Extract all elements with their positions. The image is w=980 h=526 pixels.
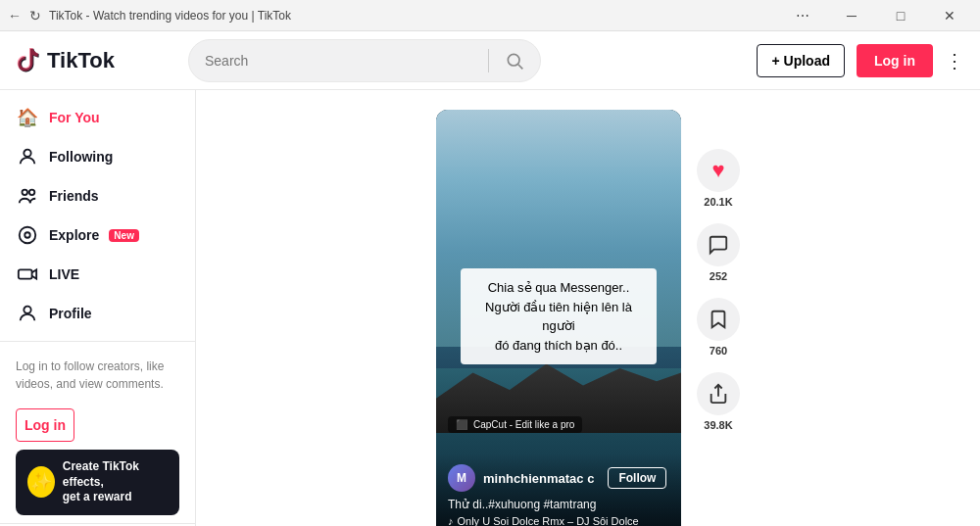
live-label: LIVE <box>49 266 79 282</box>
effect-text: Create TikTok effects, get a reward <box>63 459 168 505</box>
video-card[interactable]: Chia sẻ qua Messenger.. Người đầu tiên h… <box>436 110 681 526</box>
like-count: 20.1K <box>704 196 732 208</box>
video-music: ♪ Only U Soi Dolce Rmx – DJ Sôi Dolce <box>448 515 669 526</box>
following-icon <box>16 145 39 168</box>
search-button[interactable] <box>489 39 540 82</box>
sidebar-item-for-you[interactable]: 🏠 For You <box>0 98 195 137</box>
action-buttons: ♥ 20.1K 252 760 <box>697 110 740 431</box>
capcut-logo: ⬛ <box>456 419 467 430</box>
svg-point-2 <box>24 150 30 157</box>
video-caption: Thử di..#xuhuong #tamtrang <box>448 498 669 511</box>
svg-point-4 <box>29 190 35 196</box>
titlebar-title: TikTok - Watch trending videos for you |… <box>49 9 291 23</box>
comment-action[interactable]: 252 <box>697 223 740 282</box>
video-user: M minhchienmatac c Follow <box>448 464 669 492</box>
profile-icon <box>16 302 39 325</box>
sidebar-promo-text: Log in to follow creators, like videos, … <box>0 350 195 401</box>
sidebar-login-button[interactable]: Log in <box>16 408 74 442</box>
explore-icon <box>16 223 39 247</box>
share-count: 39.8K <box>704 419 732 431</box>
tiktok-logo-icon <box>16 47 43 74</box>
share-action[interactable]: 39.8K <box>697 372 740 431</box>
main-content: Chia sẻ qua Messenger.. Người đầu tiên h… <box>196 90 980 526</box>
svg-point-5 <box>20 227 36 244</box>
sidebar: 🏠 For You Following Friends Explore <box>0 90 196 526</box>
search-bar <box>188 39 541 82</box>
sidebar-item-following[interactable]: Following <box>0 137 195 176</box>
svg-point-8 <box>24 307 30 313</box>
profile-label: Profile <box>49 306 92 321</box>
titlebar-controls: ⋯ ─ □ ✕ <box>780 0 972 31</box>
search-input[interactable] <box>189 53 488 69</box>
friends-label: Friends <box>49 188 99 204</box>
follow-button[interactable]: Follow <box>608 467 666 489</box>
svg-rect-7 <box>19 269 32 278</box>
svg-point-6 <box>24 232 30 238</box>
live-icon <box>16 263 39 286</box>
app: TikTok + Upload Log in ⋮ 🏠 For <box>0 31 980 526</box>
capcut-text: CapCut - Edit like a pro <box>473 419 574 430</box>
header-actions: + Upload Log in ⋮ <box>757 44 964 77</box>
sidebar-item-friends[interactable]: Friends <box>0 176 195 215</box>
sidebar-divider-1 <box>0 341 195 342</box>
header: TikTok + Upload Log in ⋮ <box>0 31 980 90</box>
titlebar-left: ← ↻ TikTok - Watch trending videos for y… <box>8 8 291 24</box>
like-action[interactable]: ♥ 20.1K <box>697 149 740 208</box>
svg-line-1 <box>518 64 523 69</box>
feed-container: Chia sẻ qua Messenger.. Người đầu tiên h… <box>436 110 740 506</box>
body: 🏠 For You Following Friends Explore <box>0 90 980 526</box>
video-overlay-text: Chia sẻ qua Messenger.. Người đầu tiên h… <box>461 268 657 364</box>
following-label: Following <box>49 149 113 165</box>
upload-button[interactable]: + Upload <box>757 44 845 77</box>
search-icon <box>505 51 524 71</box>
bookmark-count: 760 <box>710 345 727 357</box>
bookmark-action[interactable]: 760 <box>697 298 740 357</box>
user-name: minhchienmatac c <box>483 471 594 486</box>
back-icon[interactable]: ← <box>8 8 22 24</box>
explore-label: Explore <box>49 227 99 243</box>
logo-text: TikTok <box>47 48 115 73</box>
titlebar: ← ↻ TikTok - Watch trending videos for y… <box>0 0 980 31</box>
sidebar-item-live[interactable]: LIVE <box>0 255 195 294</box>
svg-point-0 <box>508 54 519 66</box>
logo[interactable]: TikTok <box>16 47 172 74</box>
friends-icon <box>16 184 39 208</box>
minimize-btn[interactable]: ─ <box>829 0 874 31</box>
share-icon <box>697 372 740 415</box>
comment-icon <box>697 223 740 266</box>
sidebar-item-explore[interactable]: Explore New <box>0 215 195 255</box>
login-button[interactable]: Log in <box>857 44 933 77</box>
explore-badge: New <box>109 229 139 242</box>
header-more-button[interactable]: ⋮ <box>945 49 964 72</box>
sidebar-effect-box[interactable]: ✨ Create TikTok effects, get a reward <box>16 450 179 515</box>
music-note-icon: ♪ <box>448 515 454 526</box>
capcut-badge: ⬛ CapCut - Edit like a pro <box>448 416 582 433</box>
comment-count: 252 <box>710 270 727 282</box>
restore-btn[interactable]: □ <box>878 0 923 31</box>
video-info: M minhchienmatac c Follow Thử di..#xuhuo… <box>436 454 681 526</box>
for-you-label: For You <box>49 110 100 125</box>
avatar: M <box>448 464 475 492</box>
bookmark-icon <box>697 298 740 341</box>
sidebar-divider-2 <box>0 523 195 524</box>
music-text: Only U Soi Dolce Rmx – DJ Sôi Dolce <box>458 515 639 526</box>
reload-icon[interactable]: ↻ <box>29 8 41 24</box>
like-icon: ♥ <box>697 149 740 192</box>
close-btn[interactable]: ✕ <box>927 0 972 31</box>
home-icon: 🏠 <box>16 106 39 129</box>
svg-point-3 <box>23 190 28 196</box>
sidebar-item-profile[interactable]: Profile <box>0 294 195 333</box>
more-options-btn[interactable]: ⋯ <box>780 0 825 31</box>
effect-icon: ✨ <box>27 466 55 498</box>
